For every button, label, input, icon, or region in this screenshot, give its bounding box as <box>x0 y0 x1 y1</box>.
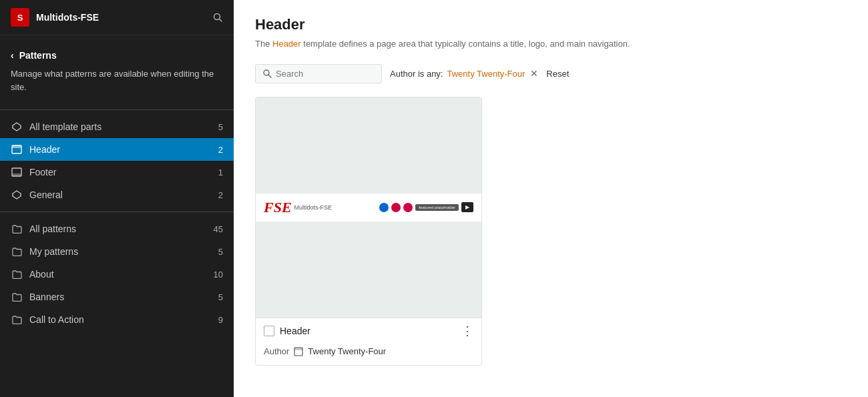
chevron-left-icon: ‹ <box>11 50 14 61</box>
section-title: Patterns <box>19 50 57 61</box>
search-icon[interactable] <box>212 12 223 23</box>
divider-2 <box>0 212 234 212</box>
page-description: The Header template defines a page area … <box>255 37 847 51</box>
filter-value: Twenty Twenty-Four <box>447 69 525 79</box>
my-patterns-count: 5 <box>218 247 223 257</box>
sidebar-nav: ‹ Patterns Manage what patterns are avai… <box>0 35 234 331</box>
sidebar-item-about[interactable]: About 10 <box>0 263 234 286</box>
pattern-name: Header <box>280 326 456 336</box>
pattern-meta: Author Twenty Twenty-Four <box>256 344 481 365</box>
sidebar: S Multidots-FSE ‹ Patterns Manage what p… <box>0 0 234 397</box>
preview-logo-text: FSE <box>264 199 292 216</box>
header-icon <box>11 143 23 155</box>
folder-icon <box>11 223 23 235</box>
author-icon <box>293 346 304 357</box>
svg-marker-2 <box>13 123 21 131</box>
sidebar-item-call-to-action[interactable]: Call to Action 9 <box>0 308 234 331</box>
search-icon <box>262 69 272 78</box>
pattern-card: FSE Multidots-FSE featured placeholder ▶… <box>255 97 482 366</box>
back-button[interactable]: ‹ Patterns <box>0 46 234 65</box>
banners-count: 5 <box>218 292 223 302</box>
preview-nav-button: ▶ <box>461 202 473 212</box>
pattern-preview: FSE Multidots-FSE featured placeholder ▶ <box>256 97 481 318</box>
sidebar-item-all-patterns[interactable]: All patterns 45 <box>0 218 234 240</box>
preview-logo: FSE Multidots-FSE <box>264 199 332 216</box>
sidebar-description: Manage what patterns are available when … <box>0 67 234 104</box>
search-box[interactable] <box>255 64 382 83</box>
all-template-parts-label: All template parts <box>29 121 101 132</box>
cta-count: 9 <box>218 315 223 325</box>
cta-label: Call to Action <box>29 314 84 325</box>
general-count: 2 <box>218 190 223 200</box>
footer-icon <box>11 166 23 178</box>
folder-my-icon <box>11 246 23 258</box>
reset-filter-button[interactable]: Reset <box>546 69 569 79</box>
sidebar-item-general[interactable]: General 2 <box>0 183 234 206</box>
svg-line-1 <box>219 19 222 21</box>
general-icon <box>11 189 23 201</box>
header-count: 2 <box>218 145 223 155</box>
sidebar-item-banners[interactable]: Banners 5 <box>0 286 234 308</box>
footer-count: 1 <box>218 167 223 177</box>
main-content: Header The Header template defines a pag… <box>234 0 868 397</box>
banners-label: Banners <box>29 292 64 302</box>
folder-about-icon <box>11 268 23 280</box>
all-template-parts-count: 5 <box>218 122 223 132</box>
svg-rect-6 <box>12 173 21 176</box>
svg-line-9 <box>268 75 271 77</box>
general-label: General <box>29 189 63 200</box>
preview-nav-text: featured placeholder <box>415 204 459 211</box>
about-label: About <box>29 269 54 280</box>
app-name: Multidots-FSE <box>36 12 206 23</box>
author-name: Twenty Twenty-Four <box>308 346 386 356</box>
all-patterns-label: All patterns <box>29 224 76 234</box>
nav-dot-2 <box>391 203 401 212</box>
sidebar-item-footer[interactable]: Footer 1 <box>0 161 234 183</box>
page-title: Header <box>255 16 847 33</box>
description-link[interactable]: Header <box>272 39 301 49</box>
pattern-preview-content: FSE Multidots-FSE featured placeholder ▶ <box>256 193 481 222</box>
nav-dot-3 <box>403 203 413 212</box>
preview-navigation: featured placeholder ▶ <box>379 202 473 212</box>
svg-rect-11 <box>294 348 302 350</box>
preview-logo-subtext: Multidots-FSE <box>294 204 333 211</box>
all-patterns-count: 45 <box>214 224 223 234</box>
sidebar-item-my-patterns[interactable]: My patterns 5 <box>0 240 234 263</box>
nav-dot-1 <box>379 203 389 212</box>
about-count: 10 <box>214 270 223 280</box>
template-parts-icon <box>11 121 23 133</box>
author-filter-tag: Author is any: Twenty Twenty-Four ✕ <box>390 68 538 79</box>
author-label: Author <box>264 346 289 356</box>
app-logo: S <box>11 8 29 27</box>
pattern-card-footer: Header ⋮ <box>256 318 481 344</box>
filter-remove-button[interactable]: ✕ <box>530 68 538 79</box>
header-label: Header <box>29 144 60 155</box>
sidebar-header: S Multidots-FSE <box>0 0 234 35</box>
folder-banners-icon <box>11 291 23 303</box>
folder-cta-icon <box>11 314 23 326</box>
footer-label: Footer <box>29 167 56 177</box>
divider <box>0 109 234 110</box>
pattern-more-button[interactable]: ⋮ <box>461 325 473 337</box>
search-input[interactable] <box>276 69 363 79</box>
filter-label: Author is any: <box>390 69 443 79</box>
pattern-checkbox[interactable] <box>264 326 274 336</box>
sidebar-item-all-template-parts[interactable]: All template parts 5 <box>0 115 234 138</box>
svg-marker-7 <box>13 191 21 199</box>
svg-rect-4 <box>12 145 21 148</box>
sidebar-item-header[interactable]: Header 2 <box>0 138 234 161</box>
category-section: All patterns 45 My patterns 5 Abou <box>0 218 234 331</box>
filter-bar: Author is any: Twenty Twenty-Four ✕ Rese… <box>255 64 847 83</box>
my-patterns-label: My patterns <box>29 246 78 257</box>
